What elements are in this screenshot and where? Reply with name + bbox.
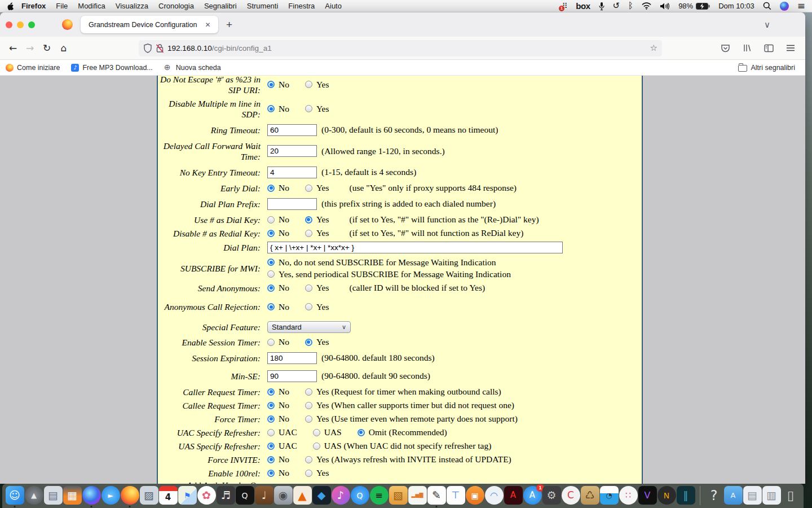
radio-option-no[interactable]: No (267, 228, 289, 238)
radio-option-yes-request-for-t[interactable]: Yes (Request for timer when making outbo… (305, 387, 501, 397)
menu-visualizza[interactable]: Visualizza (111, 2, 153, 10)
select-special-feature[interactable]: Standard∨ (267, 321, 351, 333)
radio-option-no[interactable]: No (267, 302, 289, 312)
apple-menu[interactable] (7, 2, 14, 10)
tab-close-icon[interactable]: ✕ (205, 21, 210, 29)
text-input-no-key-entry-timeout[interactable] (267, 167, 317, 178)
radio-selected-icon[interactable] (267, 415, 275, 423)
dock-columns-app-icon[interactable]: ‖ (677, 486, 695, 505)
dock-preview-icon[interactable]: ▤ (44, 486, 63, 505)
radio-selected-icon[interactable] (267, 81, 275, 88)
radio-option-yes-always-refres[interactable]: Yes (Always refresh with INVITE instead … (305, 454, 511, 465)
sync-status-icon[interactable]: ⠿ 1 (562, 2, 568, 10)
dock-calculator-icon[interactable]: ▦ (63, 486, 82, 505)
microphone-icon[interactable] (599, 2, 604, 11)
bluetooth-icon[interactable]: ᛒ (628, 2, 633, 10)
dock-cleaner-bag-icon[interactable]: ♺ (581, 486, 599, 505)
text-input-ring-timeout[interactable] (267, 124, 317, 136)
radio-icon[interactable] (305, 388, 312, 396)
text-input-dial-plan[interactable] (267, 242, 563, 253)
radio-icon[interactable] (305, 185, 312, 192)
radio-selected-icon[interactable] (267, 388, 275, 396)
dock-ccleaner-icon[interactable]: C (562, 486, 580, 505)
radio-icon[interactable] (267, 429, 275, 436)
url-text[interactable]: 192.168.0.10/cgi-bin/config_a1 (167, 44, 650, 52)
dock-image-viewer-icon[interactable]: ▨ (140, 486, 158, 505)
dock-scale-app-icon[interactable]: ◔ (600, 486, 619, 505)
radio-selected-icon[interactable] (267, 185, 275, 192)
radio-icon[interactable] (267, 216, 275, 224)
time-machine-icon[interactable]: ↺ (613, 2, 620, 10)
siri-icon[interactable] (780, 2, 789, 11)
radio-option-no[interactable]: No (267, 283, 289, 293)
dock-missing-app-icon[interactable]: ? (705, 486, 723, 505)
radio-option-yes[interactable]: Yes (305, 80, 329, 90)
radio-option-uas-when-uac-did[interactable]: UAS (When UAC did not specify refresher … (313, 441, 492, 451)
radio-option-yes-when-caller-s[interactable]: Yes (When caller supports timer but did … (305, 400, 514, 410)
menu-aiuto[interactable]: Aiuto (320, 2, 347, 10)
new-tab-button[interactable]: + (226, 19, 232, 31)
dock-acrobat-icon[interactable]: A (504, 486, 523, 505)
shield-icon[interactable] (143, 43, 152, 53)
radio-option-omit-recommended[interactable]: Omit (Recommended) (358, 427, 447, 437)
battery-status[interactable]: 98% (678, 2, 710, 10)
dock-chart-app-icon[interactable]: ▂▅▇ (408, 486, 427, 505)
dock-qmidi-icon[interactable]: Q (236, 486, 254, 505)
dock-protractor-app-icon[interactable]: ◠ (485, 486, 504, 505)
clock[interactable]: Dom 10:03 (718, 2, 754, 10)
radio-option-no[interactable]: No (267, 414, 289, 424)
radio-option-uac[interactable]: UAC (267, 427, 297, 437)
dock-downloads-stack-icon[interactable]: ▥ (762, 486, 781, 505)
radio-icon[interactable] (305, 230, 312, 237)
insecure-lock-icon[interactable] (156, 43, 164, 53)
dock-navigator-n-icon[interactable]: N (657, 486, 676, 505)
dock-ibooks-icon[interactable]: ▣ (466, 486, 484, 505)
hamburger-menu-icon[interactable] (786, 44, 795, 52)
dock-quicktime-icon[interactable]: Q (351, 486, 369, 505)
text-input-min-se[interactable] (267, 370, 317, 382)
radio-selected-icon[interactable] (305, 216, 312, 224)
dock-siri-icon[interactable] (82, 486, 101, 505)
radio-selected-icon[interactable] (267, 402, 275, 409)
radio-option-yes[interactable]: Yes (305, 228, 329, 238)
dock-dvd-player-icon[interactable]: ◉ (274, 486, 293, 505)
box-menu-item[interactable]: box (576, 2, 590, 10)
minimize-window-button[interactable] (17, 21, 24, 28)
radio-selected-icon[interactable] (305, 339, 312, 346)
radio-selected-icon[interactable] (358, 429, 365, 436)
radio-selected-icon[interactable] (267, 284, 275, 292)
dock-finder-icon[interactable]: ☺ (6, 486, 24, 505)
radio-option-uas[interactable]: UAS (313, 427, 342, 437)
library-icon[interactable] (743, 43, 752, 52)
radio-selected-icon[interactable] (267, 230, 275, 237)
menu-modifica[interactable]: Modifica (73, 2, 110, 10)
menu-file[interactable]: File (51, 2, 73, 10)
radio-icon[interactable] (267, 270, 275, 278)
radio-icon[interactable] (305, 470, 312, 477)
radio-selected-icon[interactable] (267, 456, 275, 463)
dock-applications-folder-icon[interactable]: A (724, 486, 743, 505)
radio-option-uac[interactable]: UAC (267, 441, 297, 451)
radio-option-no-do-not-send-su[interactable]: No, do not send SUBSCRIBE for Message Wa… (267, 257, 496, 268)
text-input-session-expiration[interactable] (267, 352, 317, 364)
radio-option-yes[interactable]: Yes (305, 337, 329, 347)
close-window-button[interactable] (6, 21, 12, 28)
url-bar[interactable]: 192.168.0.10/cgi-bin/config_a1 ☆ (139, 40, 662, 56)
dock-itunes-icon[interactable]: ♪ (332, 486, 350, 505)
dock-firefox-icon[interactable] (121, 486, 139, 505)
radio-option-yes-use-timer-eve[interactable]: Yes (Use timer even when remote party do… (305, 414, 518, 424)
dock-cheese-app-icon[interactable]: ▧ (389, 486, 408, 505)
radio-option-yes-send-periodic[interactable]: Yes, send periodical SUBSCRIBE for Messa… (267, 269, 511, 279)
notification-center-icon[interactable]: ≡ (797, 1, 805, 11)
dock-documents-stack-icon[interactable]: ▤ (743, 486, 762, 505)
dock-launchpad-icon[interactable]: ▲ (25, 486, 43, 505)
bookmark-free-mp3-download[interactable]: ♪Free MP3 Download... (71, 63, 152, 72)
dock-nikon-viewnx-icon[interactable]: V (638, 486, 657, 505)
dock-vlc-icon[interactable]: ▲ (293, 486, 312, 505)
radio-icon[interactable] (305, 303, 312, 310)
forward-button[interactable]: → (21, 42, 38, 54)
bookmark-come-iniziare[interactable]: Come iniziare (6, 63, 60, 72)
radio-icon[interactable] (305, 284, 312, 292)
radio-option-yes[interactable]: Yes (305, 104, 329, 114)
dock-spotify-icon[interactable]: ≡ (370, 486, 389, 505)
